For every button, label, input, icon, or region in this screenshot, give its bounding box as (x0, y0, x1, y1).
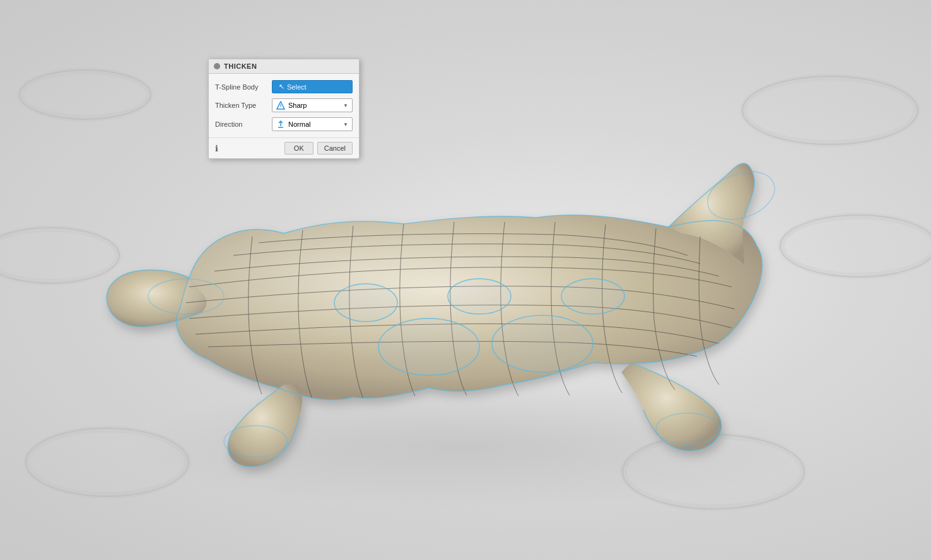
svg-point-7 (448, 279, 511, 314)
svg-point-6 (334, 284, 397, 322)
tspline-body-control: ↖ Select (272, 80, 353, 93)
direction-dropdown[interactable]: Normal ▼ (272, 117, 353, 131)
dialog-body: T-Spline Body ↖ Select Thicken Type (209, 74, 359, 137)
svg-point-4 (378, 318, 479, 375)
direction-value: Normal (288, 120, 310, 128)
cancel-button[interactable]: Cancel (317, 142, 353, 155)
direction-label: Direction (215, 120, 272, 128)
thicken-dialog: THICKEN T-Spline Body ↖ Select Thicken T… (208, 59, 360, 159)
info-icon[interactable]: ℹ (215, 144, 218, 153)
direction-arrow: ▼ (343, 122, 348, 127)
dialog-header-indicator (214, 63, 220, 69)
thicken-type-control: Sharp ▼ (272, 98, 353, 112)
3d-viewport[interactable] (0, 0, 931, 560)
footer-buttons: OK Cancel (284, 142, 353, 155)
dialog-header: THICKEN (209, 59, 359, 74)
dialog-footer: ℹ OK Cancel (209, 137, 359, 158)
tspline-body-row: T-Spline Body ↖ Select (209, 78, 359, 96)
tspline-body-container (63, 101, 852, 479)
svg-point-5 (492, 315, 593, 372)
thicken-type-arrow: ▼ (343, 103, 348, 108)
thicken-type-value: Sharp (288, 102, 307, 109)
dialog-title: THICKEN (224, 62, 257, 70)
sharp-icon (276, 101, 285, 110)
select-button[interactable]: ↖ Select (272, 80, 353, 93)
svg-point-8 (561, 279, 624, 314)
thicken-type-dropdown[interactable]: Sharp ▼ (272, 98, 353, 112)
tspline-body-label: T-Spline Body (215, 83, 272, 91)
cursor-icon: ↖ (279, 83, 284, 91)
direction-control: Normal ▼ (272, 117, 353, 131)
thicken-type-label: Thicken Type (215, 102, 272, 109)
normal-icon (276, 120, 285, 129)
select-button-label: Select (287, 83, 307, 91)
thicken-type-dropdown-text: Sharp (276, 101, 307, 110)
ok-button[interactable]: OK (284, 142, 313, 155)
direction-dropdown-text: Normal (276, 120, 310, 129)
thicken-type-row: Thicken Type Sharp ▼ (209, 96, 359, 115)
direction-row: Direction Normal ▼ (209, 115, 359, 134)
